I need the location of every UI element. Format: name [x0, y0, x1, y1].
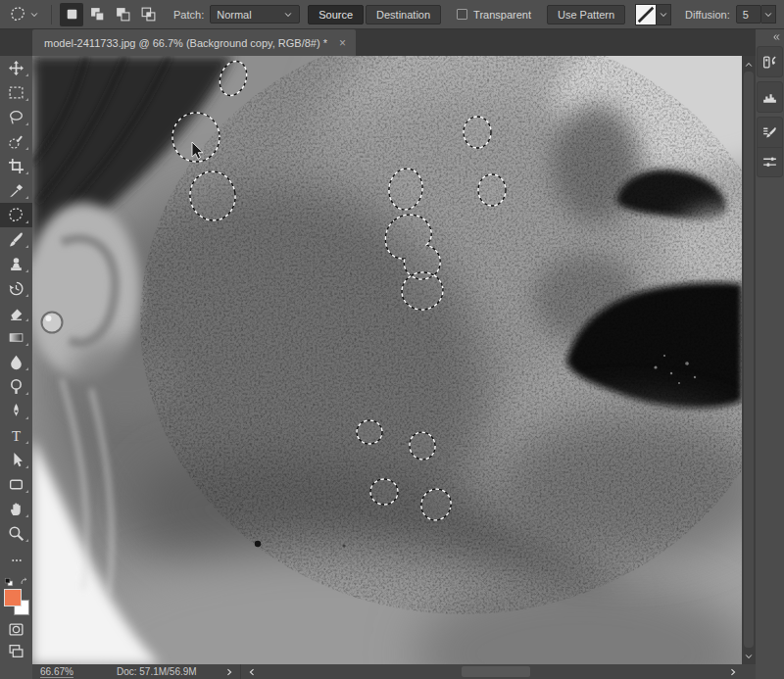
chevron-down-icon — [763, 10, 773, 20]
scroll-up-icon[interactable] — [744, 60, 754, 70]
hand-tool-icon — [8, 501, 24, 517]
quick-select-tool-icon — [8, 133, 24, 150]
tool-history-brush[interactable] — [0, 276, 32, 301]
tool-crop[interactable] — [0, 154, 32, 178]
diffusion-label: Diffusion: — [685, 9, 730, 21]
tool-dodge[interactable] — [0, 374, 32, 399]
patch-selection[interactable] — [386, 167, 425, 212]
mode-intersect-selection-button[interactable] — [136, 3, 160, 26]
tool-blur[interactable] — [0, 350, 32, 374]
tool-quick-selection[interactable] — [0, 129, 32, 154]
patch-selection[interactable] — [370, 479, 398, 505]
pattern-picker-button[interactable] — [657, 4, 671, 25]
zoom-level-field[interactable]: 66.67% — [40, 666, 74, 678]
tool-pen[interactable] — [0, 399, 32, 423]
tool-eraser[interactable] — [0, 301, 32, 325]
patch-mode-dropdown[interactable]: Normal — [210, 5, 300, 24]
patch-selection[interactable] — [464, 117, 491, 148]
intersect-selection-icon — [140, 6, 157, 23]
foreground-color-swatch[interactable] — [4, 589, 22, 606]
quick-mask-button[interactable] — [0, 618, 32, 640]
patch-tool-icon — [10, 6, 26, 23]
screen-mode-button[interactable] — [0, 640, 32, 661]
tool-move[interactable] — [0, 56, 32, 80]
tool-eyedropper[interactable] — [0, 178, 32, 203]
scroll-right-icon[interactable] — [728, 667, 738, 677]
panel-button-histogram[interactable] — [758, 82, 782, 112]
edit-toolbar-button[interactable] — [0, 550, 32, 571]
quick-mask-icon — [8, 621, 24, 638]
tool-rectangular-marquee[interactable] — [0, 80, 32, 105]
eraser-tool-icon — [8, 305, 24, 321]
diffusion-dropdown[interactable]: 5 — [736, 5, 761, 24]
horizontal-scrollbar-thumb[interactable] — [462, 666, 530, 677]
tool-shape[interactable] — [0, 472, 32, 497]
vertical-scrollbar[interactable] — [742, 56, 756, 664]
marquee-tool-icon — [8, 84, 24, 101]
double-chevron-left-icon — [771, 32, 781, 42]
transparent-label: Transparent — [473, 9, 531, 21]
dodge-tool-icon — [8, 378, 24, 395]
tool-patch[interactable] — [0, 203, 32, 227]
chevron-down-icon — [29, 10, 39, 20]
chevron-down-icon — [659, 10, 668, 20]
vertical-scrollbar-thumb[interactable] — [744, 72, 754, 648]
patch-selection[interactable] — [416, 485, 455, 524]
use-pattern-button[interactable]: Use Pattern — [547, 5, 625, 24]
panel-button-brushes[interactable] — [758, 147, 782, 176]
panel-button-history[interactable] — [758, 47, 782, 76]
pattern-swatch[interactable] — [635, 4, 657, 25]
transparent-checkbox[interactable]: Transparent — [457, 9, 531, 21]
shape-tool-icon — [8, 476, 24, 493]
mode-subtract-selection-button[interactable] — [111, 3, 134, 26]
screen-mode-icon — [8, 643, 24, 659]
patch-selection[interactable] — [216, 58, 252, 100]
divider — [51, 5, 52, 24]
destination-button[interactable]: Destination — [366, 5, 441, 24]
histogram-panel-icon — [761, 89, 778, 106]
patch-selection[interactable] — [186, 168, 239, 223]
tool-preset-button[interactable] — [6, 4, 43, 24]
options-bar: Patch: Normal Source Destination Transpa… — [0, 0, 784, 29]
document-canvas[interactable] — [32, 56, 742, 664]
tool-type[interactable]: T — [0, 423, 32, 448]
checkbox-box — [457, 9, 467, 20]
document-tab[interactable]: model-2411733.jpg @ 66.7% (Background co… — [32, 29, 356, 56]
tool-path-selection[interactable] — [0, 448, 32, 472]
mode-add-selection-button[interactable] — [85, 3, 109, 26]
horizontal-scrollbar[interactable] — [240, 664, 756, 679]
tool-lasso[interactable] — [0, 105, 32, 129]
patch-selection[interactable] — [385, 215, 440, 279]
panel-button-brush-settings[interactable] — [758, 118, 782, 147]
tool-hand[interactable] — [0, 497, 32, 521]
lasso-tool-icon — [8, 109, 24, 125]
move-tool-icon — [8, 60, 24, 76]
patch-label: Patch: — [173, 9, 204, 21]
patch-selection[interactable] — [478, 174, 506, 206]
panels-dock — [756, 29, 784, 679]
diffusion-chevron-button[interactable] — [761, 5, 776, 24]
pen-tool-icon — [8, 403, 24, 419]
tool-gradient[interactable] — [0, 325, 32, 350]
patch-selection[interactable] — [400, 269, 446, 312]
default-colors-icon[interactable] — [4, 577, 14, 587]
brushes-panel-icon — [761, 154, 778, 170]
path-select-tool-icon — [8, 452, 24, 468]
source-button[interactable]: Source — [308, 5, 364, 24]
status-menu-icon[interactable] — [224, 667, 234, 677]
scroll-left-icon[interactable] — [247, 667, 257, 677]
tab-close-icon[interactable]: × — [339, 37, 346, 49]
scroll-down-icon[interactable] — [744, 652, 754, 661]
collapse-panels-button[interactable] — [756, 29, 784, 43]
patch-tool-icon — [8, 207, 24, 223]
patch-selection[interactable] — [407, 429, 438, 462]
pattern-picker — [635, 4, 671, 25]
status-corner — [0, 664, 32, 679]
patch-selection[interactable] — [357, 420, 382, 444]
mode-new-selection-button[interactable] — [60, 3, 83, 26]
patch-selections-overlay — [32, 56, 742, 664]
tool-zoom[interactable] — [0, 521, 32, 546]
tool-clone-stamp[interactable] — [0, 252, 32, 276]
swap-colors-icon[interactable] — [20, 577, 29, 587]
tool-brush[interactable] — [0, 227, 32, 252]
